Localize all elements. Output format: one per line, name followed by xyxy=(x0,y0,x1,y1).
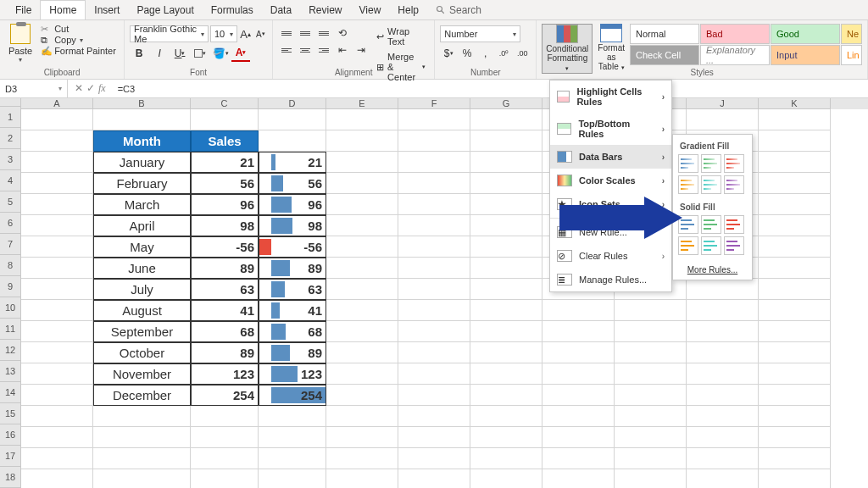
fill-color-button[interactable]: 🪣▾ xyxy=(211,45,230,62)
gradient-orange[interactable] xyxy=(678,175,698,194)
indent-decrease-button[interactable]: ⇤ xyxy=(334,42,351,58)
cell-F16[interactable] xyxy=(398,427,470,448)
cell-K9[interactable] xyxy=(759,279,831,300)
italic-button[interactable]: I xyxy=(150,45,169,62)
col-header-K[interactable]: K xyxy=(759,98,831,109)
cell-A10[interactable] xyxy=(21,300,93,321)
cell-F17[interactable] xyxy=(398,448,470,469)
cell-I15[interactable] xyxy=(615,406,687,427)
cell-F13[interactable] xyxy=(398,363,470,385)
style-neutral[interactable]: Ne xyxy=(841,24,862,44)
style-input[interactable]: Input xyxy=(771,45,840,65)
enter-button[interactable]: ✓ xyxy=(86,82,95,95)
select-all-corner[interactable] xyxy=(0,98,21,107)
cell-G4[interactable] xyxy=(470,173,542,194)
cell-K1[interactable] xyxy=(759,109,831,130)
cell-E4[interactable] xyxy=(326,173,398,194)
cell-B2[interactable]: Month xyxy=(93,130,191,152)
cell-D16[interactable] xyxy=(259,427,326,448)
cell-D5[interactable]: 96 xyxy=(259,194,326,215)
cell-E14[interactable] xyxy=(326,385,398,406)
cell-E9[interactable] xyxy=(326,279,398,300)
cell-C8[interactable]: 89 xyxy=(191,258,259,279)
cell-D7[interactable]: -56 xyxy=(259,236,326,258)
col-header-E[interactable]: E xyxy=(326,98,398,109)
tab-help[interactable]: Help xyxy=(389,1,427,19)
row-header-10[interactable]: 10 xyxy=(0,297,21,319)
cut-button[interactable]: ✂Cut xyxy=(41,24,116,34)
cell-E13[interactable] xyxy=(326,363,398,385)
solid-purple[interactable] xyxy=(724,236,744,255)
cell-H14[interactable] xyxy=(542,385,615,406)
cell-D6[interactable]: 98 xyxy=(259,215,326,236)
cell-K7[interactable] xyxy=(759,236,831,258)
cell-J10[interactable] xyxy=(687,300,759,321)
cell-D18[interactable] xyxy=(259,469,326,488)
cell-B15[interactable] xyxy=(93,406,191,427)
cf-highlight-cells-rules[interactable]: Highlight Cells Rules› xyxy=(550,80,671,113)
cell-I14[interactable] xyxy=(615,385,687,406)
cell-G10[interactable] xyxy=(470,300,542,321)
align-top-button[interactable] xyxy=(278,25,295,41)
cell-A12[interactable] xyxy=(21,342,93,363)
cell-K11[interactable] xyxy=(759,321,831,342)
cell-B1[interactable] xyxy=(93,109,191,130)
cell-A1[interactable] xyxy=(21,109,93,130)
cell-K3[interactable] xyxy=(759,152,831,173)
increase-decimal-button[interactable]: .0⁰ xyxy=(496,45,513,62)
format-as-table-button[interactable]: Format as Table ▾ xyxy=(594,24,628,72)
cf-icon-sets[interactable]: ★Icon Sets› xyxy=(550,192,671,216)
cell-G16[interactable] xyxy=(470,427,542,448)
cell-B16[interactable] xyxy=(93,427,191,448)
col-header-B[interactable]: B xyxy=(93,98,191,109)
cell-I18[interactable] xyxy=(615,469,687,488)
cell-B14[interactable]: December xyxy=(93,385,191,406)
cell-G15[interactable] xyxy=(470,406,542,427)
gradient-red[interactable] xyxy=(724,154,744,173)
cell-D2[interactable] xyxy=(259,130,326,152)
cell-H18[interactable] xyxy=(542,469,615,488)
cf-top-bottom-rules[interactable]: Top/Bottom Rules› xyxy=(550,113,671,145)
cf-color-scales[interactable]: Color Scales› xyxy=(550,169,671,192)
cf-new-rule[interactable]: ▦New Rule... xyxy=(550,220,671,244)
row-header-17[interactable]: 17 xyxy=(0,446,21,467)
cell-G1[interactable] xyxy=(470,109,542,130)
cell-B12[interactable]: October xyxy=(93,342,191,363)
cell-A5[interactable] xyxy=(21,194,93,215)
style-linked[interactable]: Lin xyxy=(841,45,862,65)
col-header-F[interactable]: F xyxy=(398,98,470,109)
cell-B13[interactable]: November xyxy=(93,363,191,385)
cell-E11[interactable] xyxy=(326,321,398,342)
row-header-11[interactable]: 11 xyxy=(0,319,21,340)
cell-B6[interactable]: April xyxy=(93,215,191,236)
tab-data[interactable]: Data xyxy=(262,1,300,19)
cell-J14[interactable] xyxy=(687,385,759,406)
cell-D17[interactable] xyxy=(259,448,326,469)
cell-J9[interactable] xyxy=(687,279,759,300)
cell-I13[interactable] xyxy=(615,363,687,385)
cell-G2[interactable] xyxy=(470,130,542,152)
cell-C16[interactable] xyxy=(191,427,259,448)
cell-C15[interactable] xyxy=(191,406,259,427)
font-color-button[interactable]: A▾ xyxy=(231,45,250,62)
cell-D8[interactable]: 89 xyxy=(259,258,326,279)
tab-home[interactable]: Home xyxy=(40,0,86,19)
cell-D3[interactable]: 21 xyxy=(259,152,326,173)
comma-button[interactable]: , xyxy=(477,45,494,62)
cell-H10[interactable] xyxy=(542,300,615,321)
cell-K8[interactable] xyxy=(759,258,831,279)
row-header-2[interactable]: 2 xyxy=(0,128,21,149)
orientation-button[interactable]: ⟲ xyxy=(334,25,351,41)
search-box[interactable]: Search xyxy=(436,4,481,16)
cell-G12[interactable] xyxy=(470,342,542,363)
cell-A6[interactable] xyxy=(21,215,93,236)
cell-H12[interactable] xyxy=(542,342,615,363)
cell-K10[interactable] xyxy=(759,300,831,321)
cell-G17[interactable] xyxy=(470,448,542,469)
cell-K2[interactable] xyxy=(759,130,831,152)
cell-D13[interactable]: 123 xyxy=(259,363,326,385)
cell-E16[interactable] xyxy=(326,427,398,448)
cell-A4[interactable] xyxy=(21,173,93,194)
solid-blue[interactable] xyxy=(678,215,698,234)
cell-B7[interactable]: May xyxy=(93,236,191,258)
